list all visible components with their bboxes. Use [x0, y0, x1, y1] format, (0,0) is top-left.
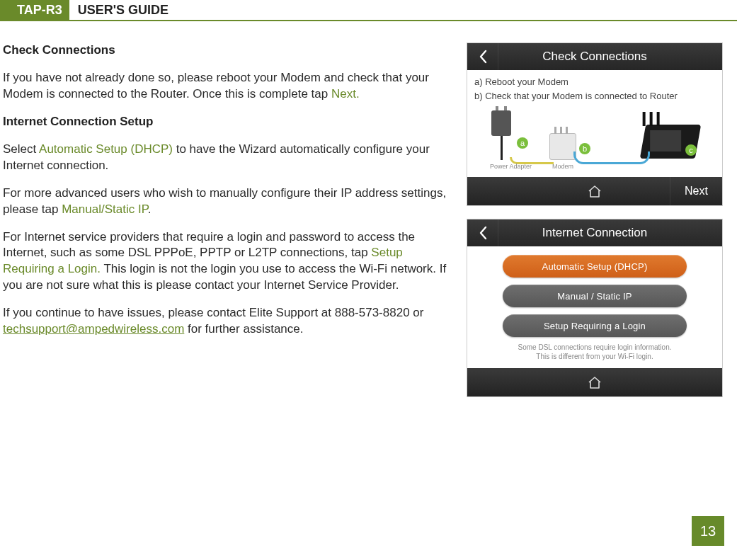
heading-check-connections: Check Connections — [3, 42, 454, 59]
home-icon — [587, 375, 602, 389]
heading-internet-setup: Internet Connection Setup — [3, 114, 454, 130]
caption-power-adapter: Power Adapter — [490, 163, 532, 170]
inline-manual-ip: Manual/Static IP — [62, 202, 148, 216]
screen-title: Check Connections — [498, 50, 722, 64]
inline-next: Next. — [331, 87, 360, 101]
screen-header: Internet Connection — [467, 219, 722, 246]
caption-modem: Modem — [552, 163, 573, 170]
text: If you have not already done so, please … — [3, 71, 429, 101]
text: If you continue to have issues, please c… — [3, 306, 423, 319]
screen-footer: Next — [467, 177, 722, 205]
screen-body: Automatic Setup (DHCP) Manual / Static I… — [467, 246, 722, 368]
chevron-left-icon — [478, 50, 488, 64]
text: . — [148, 202, 152, 216]
power-adapter-icon — [491, 110, 511, 136]
step-marker-c: c — [685, 144, 697, 156]
screenshot-check-connections: Check Connections a) Reboot your Modem b… — [467, 42, 723, 206]
paragraph-support: If you continue to have issues, please c… — [3, 305, 454, 338]
content-column: Check Connections If you have not alread… — [3, 42, 454, 397]
step-marker-a: a — [517, 137, 528, 149]
screenshot-column: Check Connections a) Reboot your Modem b… — [467, 42, 723, 397]
paragraph-auto-setup: Select Automatic Setup (DHCP) to have th… — [3, 142, 454, 174]
page-number: 13 — [692, 516, 724, 546]
screen-title: Internet Connection — [498, 226, 722, 240]
text: For Internet service providers that requ… — [3, 230, 415, 260]
paragraph-manual: For more advanced users who wish to manu… — [3, 185, 454, 218]
document-title: USER'S GUIDE — [69, 0, 177, 20]
hint-line-2: This is different from your Wi-Fi login. — [536, 353, 653, 360]
hint-line-1: Some DSL connections require login infor… — [518, 343, 672, 351]
home-icon — [587, 184, 602, 198]
modem-icon — [549, 133, 576, 160]
paragraph-reboot: If you have not already done so, please … — [3, 70, 454, 103]
product-model: TAP-R3 — [13, 0, 69, 20]
manual-ip-button[interactable]: Manual / Static IP — [503, 285, 687, 307]
screen-body: a) Reboot your Modem b) Check that your … — [467, 70, 722, 173]
instruction-b: b) Check that your Modem is connected to… — [467, 90, 722, 104]
inline-auto-setup: Automatic Setup (DHCP) — [39, 142, 173, 156]
auto-setup-button[interactable]: Automatic Setup (DHCP) — [503, 255, 687, 278]
home-button[interactable] — [587, 184, 602, 198]
text: for further assistance. — [184, 322, 303, 336]
chevron-left-icon — [478, 226, 488, 240]
screenshot-internet-connection: Internet Connection Automatic Setup (DHC… — [467, 219, 723, 397]
screen-footer — [467, 368, 722, 396]
document-header: TAP-R3 USER'S GUIDE — [0, 0, 737, 21]
support-email-link[interactable]: techsupport@ampedwireless.com — [3, 322, 184, 336]
back-button[interactable] — [467, 43, 498, 70]
header-accent — [0, 0, 13, 20]
connection-diagram: a b c Power Adapter Modem — [473, 105, 716, 173]
step-marker-b: b — [579, 143, 590, 154]
text: Select — [3, 142, 39, 156]
hint-text: Some DSL connections require login infor… — [518, 343, 672, 361]
screen-header: Check Connections — [467, 43, 722, 70]
paragraph-login: For Internet service providers that requ… — [3, 229, 454, 295]
next-button[interactable]: Next — [670, 177, 722, 205]
back-button[interactable] — [467, 219, 498, 246]
power-cord — [501, 136, 503, 160]
setup-login-button[interactable]: Setup Requiring a Login — [503, 314, 687, 337]
instruction-a: a) Reboot your Modem — [467, 70, 722, 90]
home-button[interactable] — [587, 375, 602, 389]
